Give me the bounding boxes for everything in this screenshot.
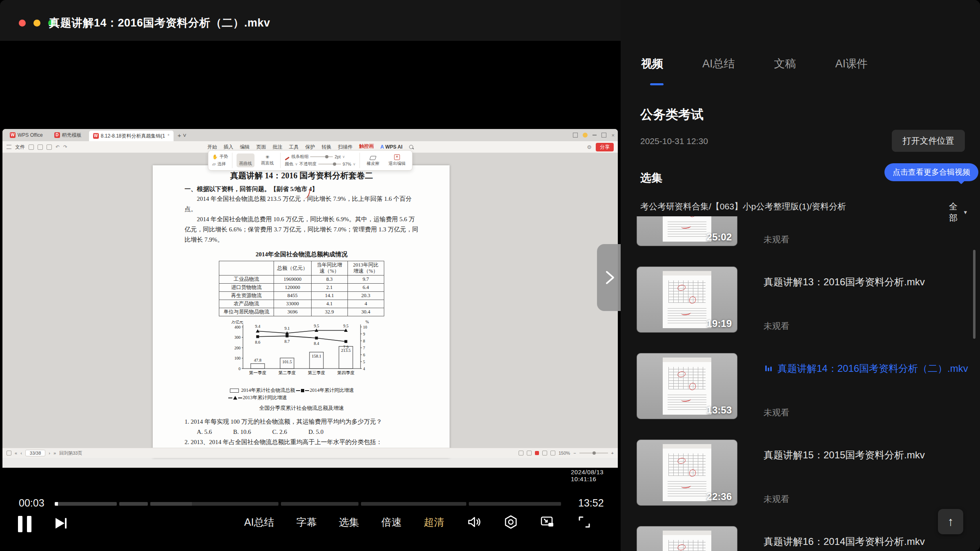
settings-icon[interactable]: [503, 514, 519, 530]
wps-menu-item: 批注: [272, 144, 282, 151]
wps-undo-icon: ↶: [56, 144, 60, 150]
svg-text:0: 0: [238, 367, 241, 371]
close-traffic-light[interactable]: [19, 20, 26, 27]
wps-docer-tab: D稻壳模板: [50, 130, 86, 140]
svg-text:200: 200: [234, 346, 241, 350]
svg-text:9: 9: [363, 332, 365, 336]
pause-button[interactable]: [18, 516, 31, 532]
table-header: 当年同比增速（%）: [311, 261, 347, 276]
wps-menu-item: 插入: [223, 144, 233, 151]
list-item[interactable]: 真题讲解16：2014国考资料分析.mkv: [637, 526, 971, 551]
svg-text:10: 10: [363, 325, 367, 329]
speed-button[interactable]: 倍速: [381, 515, 402, 529]
episode-title[interactable]: 真题讲解16：2014国考资料分析.mkv: [764, 534, 980, 549]
next-episode-button[interactable]: [53, 515, 69, 533]
episode-thumbnail[interactable]: 25:02: [637, 216, 737, 246]
subtitles-button[interactable]: 字幕: [296, 515, 317, 529]
progress-buffered: [150, 502, 192, 506]
watch-status: 未观看: [764, 407, 789, 418]
wps-maximize-icon: [601, 133, 606, 138]
svg-text:300: 300: [234, 335, 241, 340]
episode-thumbnail[interactable]: 19:19: [637, 267, 737, 333]
episode-thumbnail[interactable]: [637, 526, 737, 551]
svg-text:6: 6: [363, 353, 365, 357]
document-title: 真题讲解 14：2016 国考资料分析套卷二: [185, 170, 419, 181]
tab-transcript[interactable]: 文稿: [774, 56, 796, 71]
document-paragraph: 2014 年全国社会物流总费用 10.6 万亿元，同比增长 6.9%。其中，运输…: [185, 214, 419, 245]
svg-text:47.8: 47.8: [254, 358, 261, 362]
svg-text:158.1: 158.1: [312, 354, 321, 358]
gesture-icon: ✋: [212, 154, 218, 160]
svg-text:8.4: 8.4: [314, 341, 319, 346]
svg-text:9.4: 9.4: [255, 324, 261, 329]
wps-menu-item: 工具: [289, 144, 298, 151]
question-options: A. 5.6B. 10.6C. 2.6D. 5.0: [197, 427, 419, 437]
tab-video[interactable]: 视频: [641, 56, 663, 71]
back-to-page-label: 回到第33页: [59, 450, 82, 456]
wps-file-menu: 文件: [15, 144, 25, 151]
table-row: 单位与居民物品物流369632.930.4: [219, 308, 384, 316]
wps-ai-menu: A WPS AI: [380, 144, 402, 150]
episode-title[interactable]: 真题讲解14：2016国考资料分析（二）.mkv: [764, 361, 980, 376]
list-item[interactable]: 19:19真题讲解13：2016国考资料分析.mkv未观看: [637, 267, 971, 353]
playlist-path[interactable]: 考公考研资料合集/【063】小p公考整理版(1)/资料分析: [640, 201, 926, 212]
episode-list: 25:02未观看19:19真题讲解13：2016国考资料分析.mkv未观看13:…: [621, 216, 980, 551]
wps-open-icon: [29, 144, 34, 150]
wps-hamburger-icon: [7, 145, 11, 149]
progress-bar[interactable]: [55, 502, 565, 506]
panel-scrollbar[interactable]: [973, 250, 976, 339]
svg-text:101.5: 101.5: [282, 360, 292, 364]
wps-close-icon: ×: [611, 132, 615, 138]
scroll-to-top-button[interactable]: ↑: [938, 509, 963, 534]
watch-status: 未观看: [764, 493, 789, 505]
svg-text:9.1: 9.1: [284, 326, 290, 331]
ai-summary-button[interactable]: AI总结: [244, 515, 274, 529]
list-item[interactable]: 25:02未观看: [637, 216, 971, 267]
episode-thumbnail[interactable]: 22:36: [637, 440, 737, 506]
svg-text:100: 100: [234, 356, 241, 360]
more-videos-tooltip[interactable]: 点击查看更多合辑视频: [884, 163, 978, 181]
wps-new-tab-icon: + ˅: [178, 132, 187, 139]
episodes-button[interactable]: 选集: [339, 515, 359, 529]
watch-status: 未观看: [764, 234, 789, 245]
episode-duration: 25:02: [707, 231, 732, 243]
episode-thumbnail[interactable]: 13:53: [637, 353, 737, 419]
select-icon: ▱: [212, 162, 216, 167]
tab-ai-summary[interactable]: AI总结: [702, 56, 735, 71]
tab-ai-courseware[interactable]: AI课件: [835, 56, 868, 71]
current-time: 00:03: [19, 497, 45, 509]
minimize-traffic-light[interactable]: [33, 20, 40, 27]
episode-title[interactable]: 真题讲解15：2015国考资料分析.mkv: [764, 448, 980, 462]
list-item[interactable]: 22:36真题讲解15：2015国考资料分析.mkv未观看: [637, 440, 971, 526]
modified-time: 2025-10-31 12:30: [640, 136, 708, 146]
path-fade: [889, 201, 927, 213]
table-row: 农产品物流330004.14: [219, 300, 384, 308]
wps-menu-item: 编辑: [240, 144, 249, 151]
episode-duration: 22:36: [707, 491, 732, 502]
status-icon: [542, 451, 547, 455]
open-file-location-button[interactable]: 打开文件位置: [892, 130, 965, 152]
wps-menu-item: 页面: [256, 144, 266, 151]
episode-title[interactable]: 真题讲解13：2016国考资料分析.mkv: [764, 275, 980, 289]
writer-doc-icon: W: [93, 133, 99, 139]
wps-print-icon: [47, 144, 52, 150]
eraser-tool: 橡皮擦: [364, 154, 382, 167]
window-title: 真题讲解14：2016国考资料分析（二）.mkv: [49, 16, 270, 30]
logistics-table: 总额（亿元）当年同比增速（%）2013年同比增速（%）工业品物流19690008…: [219, 261, 384, 316]
picture-in-picture-icon[interactable]: [540, 514, 555, 530]
chevron-down-icon: ▾: [964, 209, 967, 216]
video-area[interactable]: WWPS Office D稻壳模板 W8.12-8.18资料分析真题集锦(1* …: [0, 41, 621, 551]
svg-text:%: %: [365, 320, 369, 324]
list-item[interactable]: 13:53真题讲解14：2016国考资料分析（二）.mkv未观看: [637, 353, 971, 440]
wps-status-bar: «‹ 33/38 ›» 回到第33页 150% −+: [2, 448, 618, 458]
episodes-heading: 选集: [640, 171, 662, 185]
side-panel: 视频AI总结文稿AI课件 公务类考试 2025-10-31 12:30 打开文件…: [621, 0, 980, 551]
view-mode-icon: [7, 451, 11, 455]
volume-icon[interactable]: [466, 514, 482, 530]
quality-button[interactable]: 超清: [424, 515, 444, 529]
question-text: 2. 2013、2014 年占全国社会物流总额比重均高于上一年水平的分类包括：: [185, 437, 419, 447]
svg-text:8.6: 8.6: [255, 340, 260, 344]
svg-text:5: 5: [363, 360, 365, 364]
fullscreen-icon[interactable]: [577, 514, 592, 530]
svg-text:9.5: 9.5: [343, 324, 348, 328]
